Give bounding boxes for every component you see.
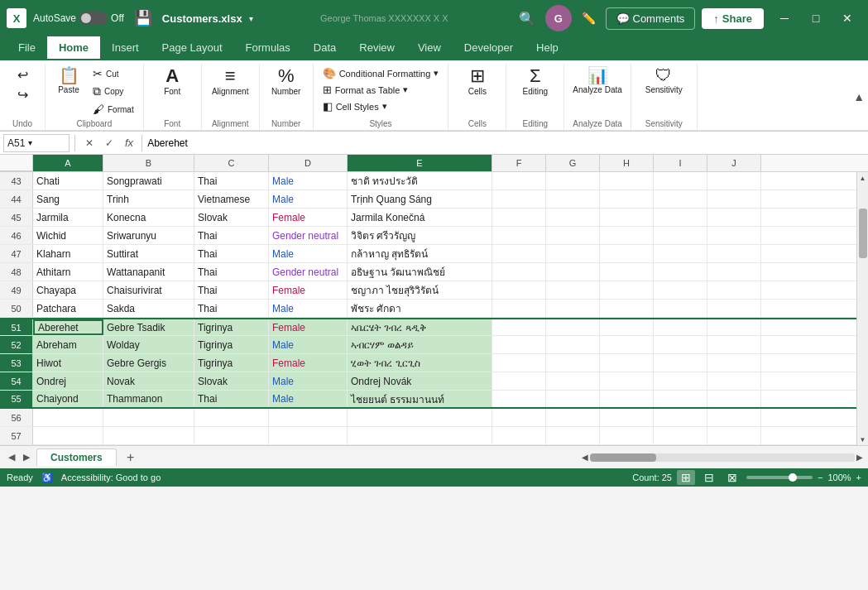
cell-empty[interactable] <box>546 300 600 317</box>
cell-c[interactable]: Slovak <box>194 372 269 390</box>
cell-empty[interactable] <box>492 372 546 390</box>
cell-empty[interactable] <box>546 409 600 426</box>
cell-empty[interactable] <box>546 319 600 335</box>
cell-empty[interactable] <box>546 227 600 244</box>
cell-c[interactable]: Slovak <box>194 209 269 226</box>
zoom-slider[interactable] <box>746 476 813 479</box>
cell-empty[interactable] <box>546 427 600 444</box>
editing-button[interactable]: Σ Editing <box>520 65 552 98</box>
scroll-tab-right-button[interactable]: ▶ <box>20 450 33 464</box>
cell-empty[interactable] <box>546 172 600 189</box>
conditional-formatting-button[interactable]: 🎨 Conditional Formatting ▾ <box>319 65 444 81</box>
cell-e[interactable]: วิจิตร ศรีวรัญญู <box>348 227 492 244</box>
cell-e[interactable]: อธิษฐาน วัฒนาพณิชย์ <box>348 263 492 281</box>
cell-b[interactable]: Trinh <box>103 190 194 208</box>
cell-c[interactable]: Tigrinya <box>194 319 269 335</box>
cell-a[interactable] <box>33 427 103 444</box>
cell-d[interactable]: Male <box>269 172 348 189</box>
cell-b[interactable] <box>103 427 194 444</box>
formula-input[interactable] <box>147 137 865 149</box>
filename-dropdown-icon[interactable]: ▾ <box>249 14 253 23</box>
cell-empty[interactable] <box>654 245 707 262</box>
row-header[interactable]: 45 <box>0 209 33 226</box>
cell-b[interactable]: Songprawati <box>103 172 194 189</box>
name-box-dropdown-icon[interactable]: ▾ <box>28 138 32 147</box>
cell-empty[interactable] <box>707 409 761 426</box>
cell-a[interactable]: Chayapa <box>33 281 103 299</box>
ribbon-collapse-button[interactable]: ▲ <box>850 64 868 130</box>
cell-a[interactable]: Hiwot <box>33 354 103 372</box>
cell-empty[interactable] <box>600 427 654 444</box>
cell-empty[interactable] <box>707 300 761 317</box>
scroll-left-button[interactable]: ◀ <box>582 453 588 462</box>
tab-formulas[interactable]: Formulas <box>234 36 302 60</box>
cell-e[interactable]: ሂወት ገብረ ጊርጊስ <box>348 354 492 372</box>
cell-empty[interactable] <box>654 354 707 372</box>
row-header[interactable]: 54 <box>0 372 33 390</box>
cell-c[interactable]: Thai <box>194 281 269 299</box>
formula-confirm-icon[interactable]: ✓ <box>100 134 118 152</box>
scroll-tab-left-button[interactable]: ◀ <box>5 450 18 464</box>
sensitivity-button[interactable]: 🛡 Sensitivity <box>642 65 686 96</box>
cell-empty[interactable] <box>600 190 654 208</box>
cell-b[interactable]: Wattanapanit <box>103 263 194 281</box>
cell-d[interactable]: Male <box>269 245 348 262</box>
row-header[interactable]: 47 <box>0 245 33 262</box>
cell-a[interactable]: Aberehet <box>33 319 103 335</box>
close-button[interactable]: ✕ <box>833 7 861 30</box>
col-header-a[interactable]: A <box>33 155 103 171</box>
minimize-button[interactable]: ─ <box>770 7 798 30</box>
cell-empty[interactable] <box>707 227 761 244</box>
tab-home[interactable]: Home <box>47 36 100 60</box>
cell-empty[interactable] <box>707 172 761 189</box>
cell-b[interactable]: Konecna <box>103 209 194 226</box>
cells-button[interactable]: ⊞ Cells <box>463 65 492 98</box>
cell-d[interactable]: Female <box>269 354 348 372</box>
cell-c[interactable]: Vietnamese <box>194 190 269 208</box>
cell-empty[interactable] <box>492 209 546 226</box>
cell-c[interactable]: Tigrinya <box>194 336 269 353</box>
row-header[interactable]: 56 <box>0 409 33 426</box>
row-header[interactable]: 46 <box>0 227 33 244</box>
cell-e[interactable]: ไชยยนต์ ธรรมมานนท์ <box>348 391 492 407</box>
tab-review[interactable]: Review <box>348 36 406 60</box>
cell-styles-button[interactable]: ◧ Cell Styles ▾ <box>319 98 391 114</box>
cell-b[interactable]: Suttirat <box>103 245 194 262</box>
cell-d[interactable]: Male <box>269 391 348 407</box>
cell-a[interactable]: Wichid <box>33 227 103 244</box>
cell-empty[interactable] <box>600 227 654 244</box>
cell-empty[interactable] <box>707 336 761 353</box>
cell-empty[interactable] <box>546 263 600 281</box>
cell-empty[interactable] <box>546 372 600 390</box>
cell-empty[interactable] <box>707 190 761 208</box>
row-header[interactable]: 51 <box>0 319 33 335</box>
cell-empty[interactable] <box>492 319 546 335</box>
cell-e[interactable]: ኣቤርሄት ገብረ ጻዲቅ <box>348 319 492 335</box>
cell-empty[interactable] <box>654 209 707 226</box>
cell-d[interactable]: Female <box>269 209 348 226</box>
cell-d[interactable]: Female <box>269 319 348 335</box>
zoom-icon-minus[interactable]: − <box>818 472 822 482</box>
row-header[interactable]: 49 <box>0 281 33 299</box>
cell-c[interactable]: Thai <box>194 263 269 281</box>
cell-empty[interactable] <box>600 281 654 299</box>
cell-empty[interactable] <box>707 427 761 444</box>
page-layout-view-button[interactable]: ⊟ <box>700 470 718 485</box>
zoom-thumb[interactable] <box>789 473 797 482</box>
h-scroll-thumb[interactable] <box>590 453 656 462</box>
cell-c[interactable]: Tigrinya <box>194 354 269 372</box>
cell-a[interactable]: Jarmila <box>33 209 103 226</box>
maximize-button[interactable]: □ <box>802 7 830 30</box>
cell-a[interactable]: Chaiyond <box>33 391 103 407</box>
cell-empty[interactable] <box>600 336 654 353</box>
search-icon[interactable]: 🔍 <box>516 7 539 30</box>
cell-empty[interactable] <box>654 391 707 407</box>
cell-b[interactable] <box>103 409 194 426</box>
cell-empty[interactable] <box>546 336 600 353</box>
cell-d[interactable]: Female <box>269 281 348 299</box>
cell-empty[interactable] <box>707 263 761 281</box>
cell-e[interactable]: ชญาภา ไชยสุริวิรัตน์ <box>348 281 492 299</box>
cell-empty[interactable] <box>707 281 761 299</box>
col-header-i[interactable]: I <box>654 155 707 171</box>
cell-empty[interactable] <box>492 354 546 372</box>
